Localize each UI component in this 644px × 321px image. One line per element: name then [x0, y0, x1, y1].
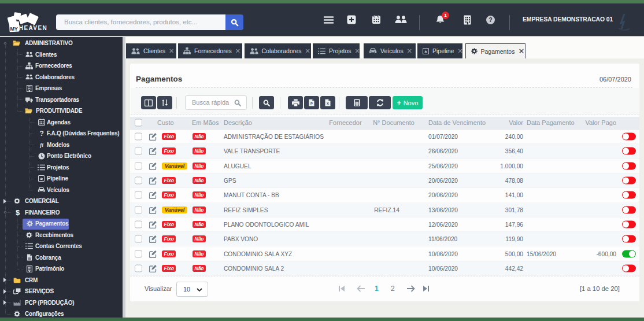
svg-text:HEAVEN: HEAVEN	[19, 25, 47, 31]
svg-text:?: ?	[488, 16, 492, 23]
svg-text:MY: MY	[10, 26, 18, 32]
